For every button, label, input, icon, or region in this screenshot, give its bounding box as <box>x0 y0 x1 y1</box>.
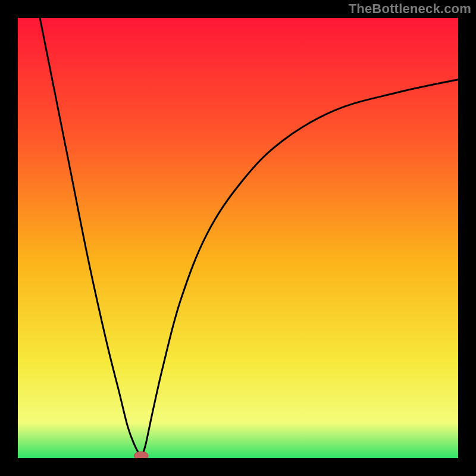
chart-frame: TheBottleneck.com <box>0 0 476 476</box>
watermark-text: TheBottleneck.com <box>349 1 471 17</box>
optimum-marker <box>134 452 148 458</box>
bottleneck-chart <box>18 18 458 458</box>
